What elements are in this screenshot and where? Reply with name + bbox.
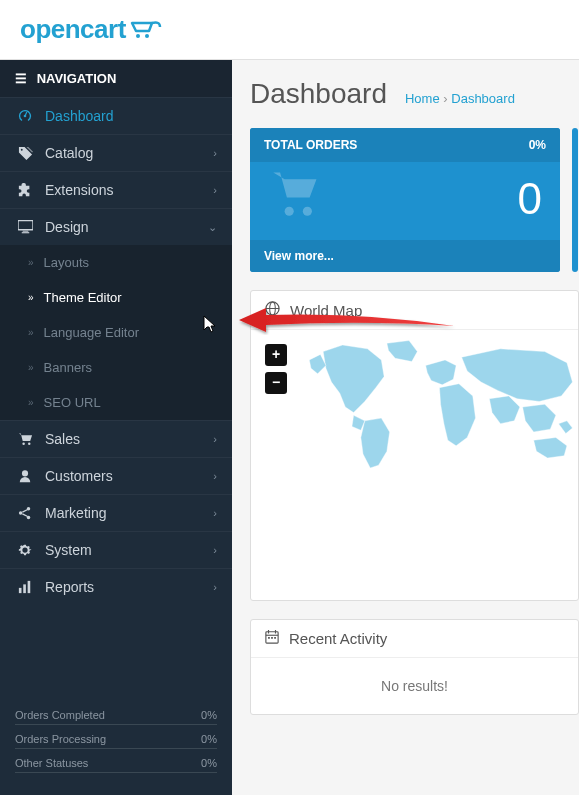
zoom-out-button[interactable]: − (265, 372, 287, 394)
nav-customers[interactable]: Customers › (0, 457, 232, 494)
breadcrumb-current[interactable]: Dashboard (451, 91, 515, 106)
nav-label: System (45, 542, 92, 558)
activity-empty: No results! (381, 678, 448, 694)
svg-point-16 (285, 207, 294, 216)
sub-language-editor[interactable]: » Language Editor (0, 315, 232, 350)
sub-seo-url[interactable]: » SEO URL (0, 385, 232, 420)
page-header: Dashboard Home › Dashboard (250, 78, 579, 110)
nav-label: Sales (45, 431, 80, 447)
panel-title: Recent Activity (289, 630, 387, 647)
sidebar: ☰ NAVIGATION Dashboard Catalog › Extensi… (0, 60, 232, 795)
nav-marketing[interactable]: Marketing › (0, 494, 232, 531)
tile-value: 0 (518, 174, 542, 224)
chevron-right-icon: › (213, 581, 217, 593)
svg-point-17 (303, 207, 312, 216)
breadcrumb: Home › Dashboard (405, 91, 515, 106)
svg-rect-26 (271, 637, 273, 639)
svg-rect-5 (22, 231, 28, 232)
stat-label: Orders Processing (15, 733, 106, 745)
breadcrumb-sep: › (443, 91, 447, 106)
globe-icon (265, 301, 280, 319)
nav-reports[interactable]: Reports › (0, 568, 232, 605)
chevron-right-icon: › (213, 433, 217, 445)
nav-header: ☰ NAVIGATION (0, 60, 232, 97)
chevron-down-icon: ⌄ (208, 221, 217, 234)
share-icon (15, 506, 35, 520)
nav-label: Design (45, 219, 89, 235)
svg-rect-14 (23, 584, 26, 593)
svg-point-7 (22, 442, 24, 444)
dashboard-icon (15, 109, 35, 123)
nav-label: Customers (45, 468, 113, 484)
stat-label: Other Statuses (15, 757, 88, 769)
svg-rect-15 (28, 581, 31, 593)
svg-point-10 (19, 511, 23, 515)
stat-value: 0% (201, 709, 217, 721)
tile-total-orders: TOTAL ORDERS 0% 0 View more... (250, 128, 560, 272)
nav-system[interactable]: System › (0, 531, 232, 568)
stat-orders-completed: Orders Completed 0% (15, 701, 217, 725)
user-icon (15, 469, 35, 483)
tile-view-more[interactable]: View more... (250, 240, 560, 272)
cart-icon (15, 432, 35, 446)
tile-title: TOTAL ORDERS (264, 138, 357, 152)
logo-text: opencart (20, 14, 126, 45)
logo[interactable]: opencart (20, 14, 166, 45)
calendar-icon (265, 630, 279, 647)
svg-point-8 (28, 442, 30, 444)
map-zoom-controls: + − (265, 344, 287, 400)
svg-point-0 (136, 34, 140, 38)
sub-label: Language Editor (44, 325, 217, 340)
panel-world-map: World Map + − (250, 290, 579, 601)
design-submenu: » Layouts » Theme Editor » Language Edit… (0, 245, 232, 420)
chevron-right-icon: › (213, 507, 217, 519)
sub-banners[interactable]: » Banners (0, 350, 232, 385)
svg-point-9 (22, 470, 28, 476)
nav-extensions[interactable]: Extensions › (0, 171, 232, 208)
stat-value: 0% (201, 757, 217, 769)
sub-label: Banners (44, 360, 217, 375)
nav-design[interactable]: Design ⌄ (0, 208, 232, 245)
svg-point-1 (145, 34, 149, 38)
stat-label: Orders Completed (15, 709, 105, 721)
double-chevron-icon: » (28, 257, 34, 268)
desktop-icon (15, 220, 35, 234)
svg-rect-4 (18, 220, 33, 229)
dashboard-tiles: TOTAL ORDERS 0% 0 View more... (250, 128, 579, 272)
tile-pct: 0% (529, 138, 546, 152)
stat-value: 0% (201, 733, 217, 745)
sub-layouts[interactable]: » Layouts (0, 245, 232, 280)
sub-label: Layouts (44, 255, 217, 270)
svg-rect-13 (19, 588, 22, 593)
tile-footer-label: View more... (264, 249, 334, 263)
stat-other-statuses: Other Statuses 0% (15, 749, 217, 773)
sidebar-stats: Orders Completed 0% Orders Processing 0%… (0, 689, 232, 785)
chevron-right-icon: › (213, 470, 217, 482)
nav-catalog[interactable]: Catalog › (0, 134, 232, 171)
double-chevron-icon: » (28, 327, 34, 338)
double-chevron-icon: » (28, 292, 34, 303)
stat-orders-processing: Orders Processing 0% (15, 725, 217, 749)
nav-label: Extensions (45, 182, 113, 198)
sub-theme-editor[interactable]: » Theme Editor (0, 280, 232, 315)
svg-rect-6 (21, 232, 29, 233)
chart-icon (15, 580, 35, 594)
chevron-right-icon: › (213, 147, 217, 159)
main-content: Dashboard Home › Dashboard TOTAL ORDERS … (232, 60, 579, 795)
zoom-in-button[interactable]: + (265, 344, 287, 366)
breadcrumb-home[interactable]: Home (405, 91, 440, 106)
sub-label: SEO URL (44, 395, 217, 410)
nav-label: Dashboard (45, 108, 114, 124)
nav-label: Marketing (45, 505, 106, 521)
tile-next-peek (572, 128, 578, 272)
menu-icon: ☰ (15, 71, 27, 86)
nav-sales[interactable]: Sales › (0, 420, 232, 457)
tag-icon (15, 146, 35, 161)
svg-rect-25 (268, 637, 270, 639)
page-title: Dashboard (250, 78, 387, 110)
chevron-right-icon: › (213, 544, 217, 556)
nav-label: Catalog (45, 145, 93, 161)
world-map-svg[interactable] (301, 335, 578, 479)
nav-label: Reports (45, 579, 94, 595)
nav-dashboard[interactable]: Dashboard (0, 97, 232, 134)
